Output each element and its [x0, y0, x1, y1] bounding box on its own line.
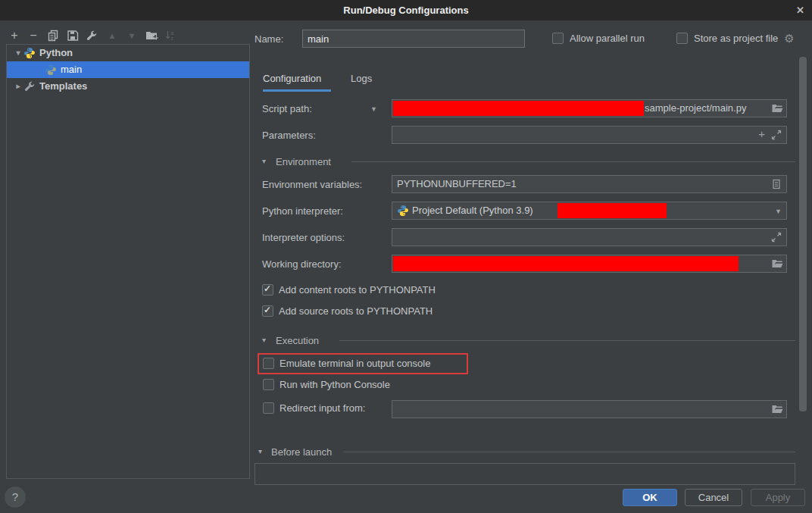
save-icon	[67, 30, 79, 42]
redirect-input-field[interactable]	[392, 400, 787, 418]
emulate-terminal-checkbox[interactable]: ✓ Emulate terminal in output console	[263, 358, 430, 369]
tab-configuration[interactable]: Configuration	[263, 73, 321, 84]
before-launch-task-list	[255, 463, 795, 485]
tree-item-label: main	[61, 61, 82, 78]
checkbox-icon[interactable]: ✓	[263, 358, 274, 369]
new-folder-button[interactable]	[145, 29, 158, 42]
help-icon: ?	[12, 490, 18, 503]
python-interpreter-select[interactable]: Project Default (Python 3.9) ▼	[392, 202, 787, 220]
name-input[interactable]	[302, 30, 525, 48]
add-macro-icon[interactable]: +	[758, 127, 765, 140]
script-path-label: Script path:	[262, 103, 312, 114]
move-up-button[interactable]: ▲	[105, 29, 119, 42]
down-arrow-icon: ▼	[128, 31, 136, 40]
close-icon[interactable]: ✕	[796, 0, 804, 20]
edit-variables-list-icon[interactable]	[770, 178, 782, 190]
tab-logs[interactable]: Logs	[351, 73, 372, 84]
help-button[interactable]: ?	[5, 486, 26, 508]
before-launch-section-label[interactable]: Before launch	[271, 446, 332, 458]
environment-collapse-icon[interactable]: ▾	[262, 157, 266, 165]
run-with-python-console-label: Run with Python Console	[280, 379, 390, 390]
sort-configurations-button[interactable]: az	[164, 29, 177, 42]
browse-folder-icon[interactable]	[771, 102, 783, 114]
script-path-field[interactable]: sample-project/main.py	[392, 99, 787, 117]
add-source-roots-label: Add source roots to PYTHONPATH	[279, 305, 433, 317]
save-configuration-button[interactable]	[66, 29, 80, 42]
add-configuration-button[interactable]: +	[8, 29, 21, 42]
vertical-scrollbar-thumb[interactable]	[799, 57, 807, 411]
tree-item-label: Python	[39, 45, 73, 61]
add-content-roots-label: Add content roots to PYTHONPATH	[279, 284, 436, 296]
ok-button[interactable]: OK	[623, 489, 677, 506]
checkbox-icon[interactable]: ✓	[263, 402, 274, 414]
environment-section-label[interactable]: Environment	[276, 156, 331, 167]
plus-icon: +	[11, 29, 17, 42]
name-label: Name:	[255, 33, 283, 45]
move-down-button[interactable]: ▼	[125, 29, 139, 42]
remove-configuration-button[interactable]: −	[27, 29, 40, 42]
chevron-right-icon[interactable]: ▸	[13, 78, 23, 95]
chevron-down-icon[interactable]: ▾	[13, 45, 23, 61]
python-interpreter-value: Project Default (Python 3.9)	[412, 202, 533, 219]
add-content-roots-checkbox[interactable]: ✓ Add content roots to PYTHONPATH	[262, 284, 436, 296]
parameters-field[interactable]: +	[392, 126, 787, 144]
gear-icon[interactable]: ⚙	[784, 33, 794, 44]
interpreter-options-label: Interpreter options:	[262, 232, 345, 243]
redacted-value	[393, 256, 739, 271]
execution-section-label[interactable]: Execution	[276, 335, 319, 346]
checkbox-icon[interactable]: ✓	[263, 379, 274, 390]
interpreter-options-field[interactable]	[392, 228, 787, 246]
working-directory-field[interactable]	[392, 255, 787, 273]
checkbox-icon[interactable]: ✓	[262, 284, 273, 296]
section-divider	[343, 452, 795, 452]
run-with-python-console-checkbox[interactable]: ✓ Run with Python Console	[263, 379, 390, 390]
sort-az-icon: az	[164, 30, 176, 42]
tree-item-label: Templates	[39, 78, 87, 95]
parameters-label: Parameters:	[262, 130, 316, 141]
tree-item-python[interactable]: ▾ Python	[7, 45, 249, 61]
dropdown-caret-icon[interactable]: ▼	[775, 208, 782, 215]
checkbox-icon[interactable]: ✓	[552, 33, 564, 44]
copy-icon	[47, 30, 59, 42]
store-as-project-file-checkbox[interactable]: ✓ Store as project file ⚙	[676, 33, 795, 44]
redacted-value	[393, 101, 644, 116]
add-source-roots-checkbox[interactable]: ✓ Add source roots to PYTHONPATH	[262, 305, 433, 317]
svg-text:a: a	[171, 30, 174, 36]
dialog-title: Run/Debug Configurations	[343, 5, 468, 16]
working-directory-label: Working directory:	[262, 258, 342, 270]
dialog-titlebar: Run/Debug Configurations ✕	[0, 0, 812, 20]
environment-variables-label: Environment variables:	[262, 179, 362, 190]
expand-field-icon[interactable]	[770, 129, 782, 141]
expand-field-icon[interactable]	[770, 231, 782, 243]
before-launch-collapse-icon[interactable]: ▾	[258, 447, 262, 455]
redirect-input-label: Redirect input from:	[280, 402, 365, 414]
tree-item-templates[interactable]: ▸ Templates	[7, 78, 249, 95]
copy-configuration-button[interactable]	[46, 29, 60, 42]
svg-text:z: z	[171, 36, 173, 41]
checkbox-icon[interactable]: ✓	[262, 305, 273, 317]
wrench-icon	[86, 30, 98, 42]
emulate-terminal-label: Emulate terminal in output console	[280, 358, 430, 369]
redacted-value	[557, 203, 667, 218]
browse-folder-icon[interactable]	[771, 258, 783, 270]
script-path-type-caret-icon[interactable]: ▼	[370, 105, 377, 113]
browse-folder-icon[interactable]	[771, 403, 783, 415]
checkbox-icon[interactable]: ✓	[676, 33, 688, 44]
execution-collapse-icon[interactable]: ▾	[262, 336, 266, 344]
redirect-input-checkbox[interactable]: ✓ Redirect input from:	[263, 402, 365, 414]
python-interpreter-label: Python interpreter:	[262, 205, 343, 217]
script-path-value: sample-project/main.py	[645, 100, 746, 117]
edit-templates-button[interactable]	[85, 29, 98, 42]
allow-parallel-run-label: Allow parallel run	[570, 33, 645, 44]
apply-button[interactable]: Apply	[751, 489, 805, 506]
section-divider	[351, 161, 795, 162]
environment-variables-value: PYTHONUNBUFFERED=1	[397, 176, 517, 192]
allow-parallel-run-checkbox[interactable]: ✓ Allow parallel run	[552, 33, 645, 44]
active-tab-underline	[263, 89, 331, 92]
python-icon	[23, 47, 36, 59]
environment-variables-field[interactable]: PYTHONUNBUFFERED=1	[392, 175, 787, 193]
tree-item-main[interactable]: main	[7, 61, 249, 78]
up-arrow-icon: ▲	[108, 31, 117, 40]
configurations-tree: ▾ Python main ▸ Templates	[6, 44, 250, 479]
cancel-button[interactable]: Cancel	[685, 489, 742, 506]
